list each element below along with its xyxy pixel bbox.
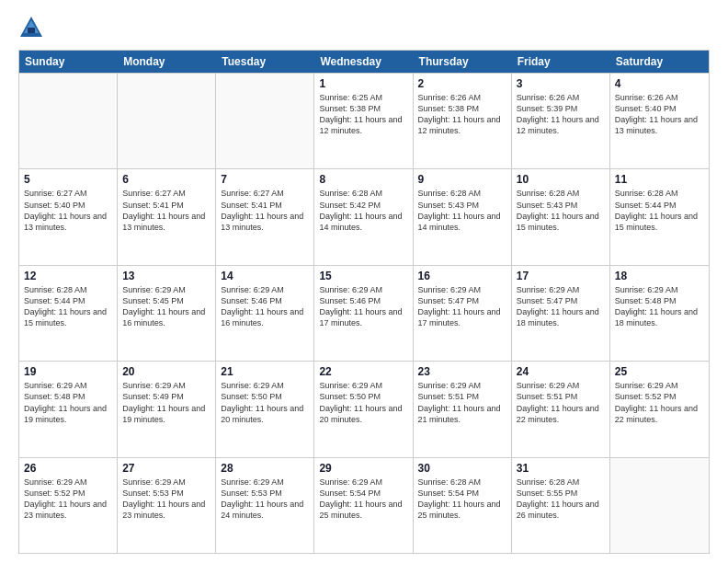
day-number: 24 bbox=[517, 365, 605, 378]
day-cell-26: 26Sunrise: 6:29 AM Sunset: 5:52 PM Dayli… bbox=[19, 458, 118, 553]
day-cell-5: 5Sunrise: 6:27 AM Sunset: 5:40 PM Daylig… bbox=[19, 169, 118, 264]
day-cell-1: 1Sunrise: 6:25 AM Sunset: 5:38 PM Daylig… bbox=[314, 74, 413, 168]
day-cell-17: 17Sunrise: 6:29 AM Sunset: 5:47 PM Dayli… bbox=[512, 266, 610, 361]
day-cell-13: 13Sunrise: 6:29 AM Sunset: 5:45 PM Dayli… bbox=[118, 266, 216, 361]
weekday-header-thursday: Thursday bbox=[414, 51, 512, 73]
day-number: 2 bbox=[418, 77, 506, 90]
day-number: 30 bbox=[418, 462, 506, 475]
day-info: Sunrise: 6:29 AM Sunset: 5:48 PM Dayligh… bbox=[615, 284, 704, 329]
day-number: 8 bbox=[319, 173, 407, 186]
day-info: Sunrise: 6:29 AM Sunset: 5:53 PM Dayligh… bbox=[221, 477, 309, 522]
weekday-header-tuesday: Tuesday bbox=[216, 51, 314, 73]
day-cell-24: 24Sunrise: 6:29 AM Sunset: 5:51 PM Dayli… bbox=[512, 362, 610, 456]
empty-cell bbox=[216, 74, 314, 168]
day-cell-21: 21Sunrise: 6:29 AM Sunset: 5:50 PM Dayli… bbox=[216, 362, 314, 456]
day-info: Sunrise: 6:29 AM Sunset: 5:49 PM Dayligh… bbox=[122, 380, 210, 425]
day-cell-19: 19Sunrise: 6:29 AM Sunset: 5:48 PM Dayli… bbox=[19, 362, 118, 456]
header bbox=[18, 15, 710, 40]
day-cell-18: 18Sunrise: 6:29 AM Sunset: 5:48 PM Dayli… bbox=[610, 266, 709, 361]
empty-cell bbox=[118, 74, 216, 168]
page: SundayMondayTuesdayWednesdayThursdayFrid… bbox=[0, 0, 728, 563]
day-number: 5 bbox=[24, 173, 112, 186]
day-info: Sunrise: 6:28 AM Sunset: 5:54 PM Dayligh… bbox=[418, 477, 506, 522]
day-info: Sunrise: 6:28 AM Sunset: 5:44 PM Dayligh… bbox=[615, 188, 704, 233]
day-number: 14 bbox=[221, 270, 309, 282]
day-cell-29: 29Sunrise: 6:29 AM Sunset: 5:54 PM Dayli… bbox=[314, 458, 413, 553]
empty-cell bbox=[610, 458, 709, 553]
calendar-row-4: 26Sunrise: 6:29 AM Sunset: 5:52 PM Dayli… bbox=[19, 457, 709, 553]
day-cell-28: 28Sunrise: 6:29 AM Sunset: 5:53 PM Dayli… bbox=[216, 458, 314, 553]
day-number: 4 bbox=[615, 77, 704, 90]
day-number: 9 bbox=[418, 173, 506, 186]
day-number: 25 bbox=[615, 365, 704, 378]
day-number: 12 bbox=[24, 270, 112, 282]
day-number: 26 bbox=[24, 462, 112, 475]
weekday-header-sunday: Sunday bbox=[19, 51, 118, 73]
day-info: Sunrise: 6:28 AM Sunset: 5:44 PM Dayligh… bbox=[24, 284, 112, 329]
day-cell-10: 10Sunrise: 6:28 AM Sunset: 5:43 PM Dayli… bbox=[512, 169, 610, 264]
day-info: Sunrise: 6:29 AM Sunset: 5:47 PM Dayligh… bbox=[517, 284, 605, 329]
day-cell-30: 30Sunrise: 6:28 AM Sunset: 5:54 PM Dayli… bbox=[414, 458, 512, 553]
day-number: 11 bbox=[615, 173, 704, 186]
day-number: 28 bbox=[221, 462, 309, 475]
logo-icon bbox=[18, 15, 44, 40]
day-cell-12: 12Sunrise: 6:28 AM Sunset: 5:44 PM Dayli… bbox=[19, 266, 118, 361]
day-info: Sunrise: 6:29 AM Sunset: 5:52 PM Dayligh… bbox=[615, 380, 704, 425]
day-info: Sunrise: 6:25 AM Sunset: 5:38 PM Dayligh… bbox=[319, 92, 407, 137]
day-number: 18 bbox=[615, 270, 704, 282]
day-cell-6: 6Sunrise: 6:27 AM Sunset: 5:41 PM Daylig… bbox=[118, 169, 216, 264]
day-cell-15: 15Sunrise: 6:29 AM Sunset: 5:46 PM Dayli… bbox=[314, 266, 413, 361]
day-info: Sunrise: 6:29 AM Sunset: 5:51 PM Dayligh… bbox=[418, 380, 506, 425]
calendar-row-1: 5Sunrise: 6:27 AM Sunset: 5:40 PM Daylig… bbox=[19, 168, 709, 264]
day-number: 17 bbox=[517, 270, 605, 282]
day-number: 29 bbox=[319, 462, 407, 475]
calendar-body: 1Sunrise: 6:25 AM Sunset: 5:38 PM Daylig… bbox=[19, 73, 709, 553]
day-info: Sunrise: 6:26 AM Sunset: 5:39 PM Dayligh… bbox=[517, 92, 605, 137]
day-number: 15 bbox=[319, 270, 407, 282]
weekday-header-monday: Monday bbox=[118, 51, 216, 73]
day-number: 16 bbox=[418, 270, 506, 282]
day-info: Sunrise: 6:29 AM Sunset: 5:50 PM Dayligh… bbox=[221, 380, 309, 425]
day-cell-31: 31Sunrise: 6:28 AM Sunset: 5:55 PM Dayli… bbox=[512, 458, 610, 553]
day-info: Sunrise: 6:26 AM Sunset: 5:38 PM Dayligh… bbox=[418, 92, 506, 137]
day-info: Sunrise: 6:27 AM Sunset: 5:41 PM Dayligh… bbox=[221, 188, 309, 233]
day-info: Sunrise: 6:27 AM Sunset: 5:40 PM Dayligh… bbox=[24, 188, 112, 233]
day-cell-9: 9Sunrise: 6:28 AM Sunset: 5:43 PM Daylig… bbox=[414, 169, 512, 264]
day-info: Sunrise: 6:27 AM Sunset: 5:41 PM Dayligh… bbox=[122, 188, 210, 233]
day-info: Sunrise: 6:29 AM Sunset: 5:50 PM Dayligh… bbox=[319, 380, 407, 425]
day-info: Sunrise: 6:28 AM Sunset: 5:43 PM Dayligh… bbox=[418, 188, 506, 233]
svg-rect-2 bbox=[28, 28, 35, 33]
day-info: Sunrise: 6:29 AM Sunset: 5:45 PM Dayligh… bbox=[122, 284, 210, 329]
day-number: 1 bbox=[319, 77, 407, 90]
calendar-row-3: 19Sunrise: 6:29 AM Sunset: 5:48 PM Dayli… bbox=[19, 361, 709, 456]
day-number: 31 bbox=[517, 462, 605, 475]
day-cell-4: 4Sunrise: 6:26 AM Sunset: 5:40 PM Daylig… bbox=[610, 74, 709, 168]
day-number: 22 bbox=[319, 365, 407, 378]
day-info: Sunrise: 6:29 AM Sunset: 5:52 PM Dayligh… bbox=[24, 477, 112, 522]
day-info: Sunrise: 6:29 AM Sunset: 5:48 PM Dayligh… bbox=[24, 380, 112, 425]
day-cell-3: 3Sunrise: 6:26 AM Sunset: 5:39 PM Daylig… bbox=[512, 74, 610, 168]
day-number: 20 bbox=[122, 365, 210, 378]
day-info: Sunrise: 6:28 AM Sunset: 5:55 PM Dayligh… bbox=[517, 477, 605, 522]
day-number: 13 bbox=[122, 270, 210, 282]
day-info: Sunrise: 6:29 AM Sunset: 5:46 PM Dayligh… bbox=[221, 284, 309, 329]
weekday-header-wednesday: Wednesday bbox=[314, 51, 413, 73]
calendar: SundayMondayTuesdayWednesdayThursdayFrid… bbox=[18, 50, 710, 554]
day-info: Sunrise: 6:29 AM Sunset: 5:46 PM Dayligh… bbox=[319, 284, 407, 329]
day-cell-23: 23Sunrise: 6:29 AM Sunset: 5:51 PM Dayli… bbox=[414, 362, 512, 456]
weekday-header-saturday: Saturday bbox=[610, 51, 709, 73]
day-cell-8: 8Sunrise: 6:28 AM Sunset: 5:42 PM Daylig… bbox=[314, 169, 413, 264]
day-number: 6 bbox=[122, 173, 210, 186]
day-cell-22: 22Sunrise: 6:29 AM Sunset: 5:50 PM Dayli… bbox=[314, 362, 413, 456]
day-number: 19 bbox=[24, 365, 112, 378]
day-number: 10 bbox=[517, 173, 605, 186]
day-number: 27 bbox=[122, 462, 210, 475]
day-number: 7 bbox=[221, 173, 309, 186]
day-info: Sunrise: 6:26 AM Sunset: 5:40 PM Dayligh… bbox=[615, 92, 704, 137]
day-number: 3 bbox=[517, 77, 605, 90]
day-number: 21 bbox=[221, 365, 309, 378]
day-cell-14: 14Sunrise: 6:29 AM Sunset: 5:46 PM Dayli… bbox=[216, 266, 314, 361]
day-info: Sunrise: 6:28 AM Sunset: 5:43 PM Dayligh… bbox=[517, 188, 605, 233]
calendar-header: SundayMondayTuesdayWednesdayThursdayFrid… bbox=[19, 51, 709, 73]
calendar-row-2: 12Sunrise: 6:28 AM Sunset: 5:44 PM Dayli… bbox=[19, 265, 709, 361]
